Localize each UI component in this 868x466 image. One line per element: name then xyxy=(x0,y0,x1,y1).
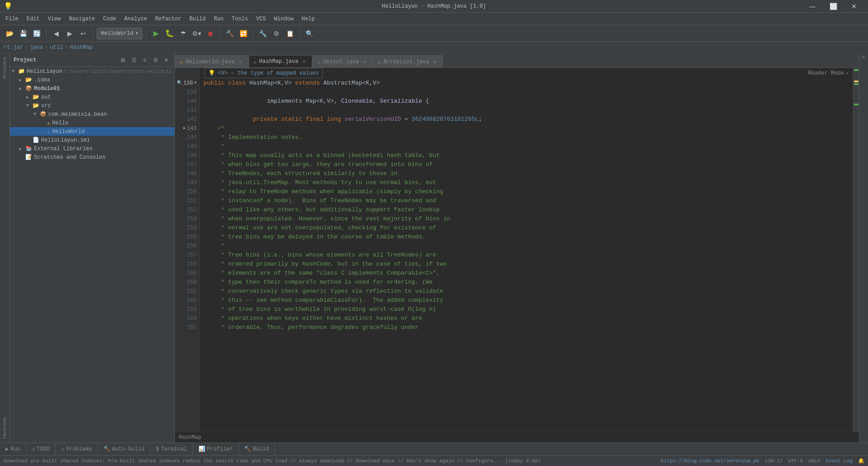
run-config-btn[interactable]: ⚙▾ xyxy=(191,28,203,39)
tree-item-out[interactable]: ▶ 📂 out xyxy=(10,93,175,101)
window-controls[interactable]: — ⬜ ✕ xyxy=(774,0,864,13)
maximize-btn[interactable]: ⬜ xyxy=(823,0,844,13)
bottom-tab-todo[interactable]: ☑ TODO xyxy=(26,443,56,456)
bottom-tabs: ▶ Run ☑ TODO ⚠ Problems 🔨 Auto-build $ T… xyxy=(0,442,868,455)
menu-refactor[interactable]: Refactor xyxy=(151,15,185,23)
object-tab-icon: ☕ xyxy=(317,59,321,65)
bottom-tab-problems[interactable]: ⚠ Problems xyxy=(56,443,98,456)
reader-mode-btn[interactable]: Reader Mode ✓ xyxy=(808,70,849,76)
build-project-btn[interactable]: 🔨 xyxy=(224,28,236,39)
code-line-158: * ordered primarily by hashCode, but in … xyxy=(203,260,849,269)
panel-scope-btn[interactable]: ⊞ xyxy=(118,56,127,65)
tab-object[interactable]: ☕ Object.java ✕ xyxy=(312,55,373,68)
project-panel-header: Project ⊞ ☰ ≡ ⚙ ✕ xyxy=(10,53,175,67)
panel-close-btn[interactable]: ✕ xyxy=(162,56,171,65)
code-content[interactable]: public class HashMap<K,V> extends Abstra… xyxy=(200,68,853,432)
todo-tab-icon: ☑ xyxy=(32,446,35,452)
open-file-btn[interactable]: 📂 xyxy=(4,28,15,39)
menu-run[interactable]: Run xyxy=(210,15,227,23)
settings-btn[interactable]: ⚙ xyxy=(270,28,282,39)
tree-item-scratches[interactable]: ▶ 📝 Scratches and Consoles xyxy=(10,153,175,162)
breadcrumb-java[interactable]: java xyxy=(30,44,43,51)
bottom-tab-terminal[interactable]: $ Terminal xyxy=(151,443,193,456)
tree-item-root[interactable]: ▼ 📁 HelloLiayun C:\Users\32120\IdeaProje… xyxy=(10,67,175,76)
tree-item-src[interactable]: ▼ 📂 src xyxy=(10,101,175,110)
menu-tools[interactable]: Tools xyxy=(228,15,252,23)
menu-view[interactable]: View xyxy=(44,15,65,23)
coverage-btn[interactable]: ☂ xyxy=(177,28,189,39)
save-btn[interactable]: 💾 xyxy=(17,28,29,39)
object-tab-close[interactable]: ✕ xyxy=(362,59,368,65)
main-content: Structure Favorites Project ⊞ ☰ ≡ ⚙ ✕ ▼ … xyxy=(0,53,868,442)
menu-analyze[interactable]: Analyze xyxy=(121,15,151,23)
gutter-line-142: 142 xyxy=(175,115,197,124)
menu-file[interactable]: File xyxy=(2,15,22,23)
status-text: Download pre-built shared indexes: Pre-b… xyxy=(4,458,541,464)
breadcrumb-util[interactable]: util xyxy=(50,44,63,51)
menu-build[interactable]: Build xyxy=(186,15,209,23)
run-btn[interactable]: ▶ xyxy=(150,28,162,39)
breadcrumb-hashmap[interactable]: HashMap xyxy=(70,44,92,51)
tab-helloworld[interactable]: ☕ HelloWorld.java ✕ xyxy=(175,55,249,68)
panel-settings-btn[interactable]: ⚙ xyxy=(151,56,160,65)
tree-module01-label: Module01 xyxy=(34,86,60,92)
tree-item-ext-libs[interactable]: ▶ 📚 External Libraries xyxy=(10,144,175,153)
gutter-line-144: 144 xyxy=(175,133,197,142)
separator-2 xyxy=(93,29,93,38)
minimize-btn[interactable]: — xyxy=(802,0,823,13)
tree-item-idea[interactable]: ▶ 📂 .idea xyxy=(10,76,175,84)
code-line-144: * Implementation notes. xyxy=(203,133,849,142)
keymap-btn[interactable]: 📋 xyxy=(284,28,296,39)
gutter-line-150: 150 xyxy=(175,187,197,196)
rebuild-btn[interactable]: 🔁 xyxy=(237,28,249,39)
menu-vcs[interactable]: VCS xyxy=(253,15,270,23)
menu-bar: File Edit View Navigate Code Analyze Ref… xyxy=(0,13,868,25)
sdk-btn[interactable]: 🔧 xyxy=(257,28,269,39)
menu-navigate[interactable]: Navigate xyxy=(65,15,99,23)
tree-iml-label: HelloLiayun.iml xyxy=(41,137,90,143)
status-position: 138:17 xyxy=(765,458,783,464)
breadcrumb-jar[interactable]: rt.jar xyxy=(4,44,23,51)
project-tree: ▼ 📁 HelloLiayun C:\Users\32120\IdeaProje… xyxy=(10,67,175,442)
debug-btn[interactable]: 🐛 xyxy=(164,28,175,39)
menu-window[interactable]: Window xyxy=(270,15,297,23)
tab-arraylist[interactable]: ☕ ArrayList.java ✕ xyxy=(373,55,443,68)
panel-collapse-btn[interactable]: ☰ xyxy=(129,56,138,65)
bottom-tab-build[interactable]: 🔨 Build xyxy=(239,443,275,456)
event-log-btn[interactable]: Event Log xyxy=(826,458,853,464)
tree-item-hello[interactable]: ▶ ☕ Hello xyxy=(10,119,175,127)
close-btn[interactable]: ✕ xyxy=(844,0,864,13)
menu-code[interactable]: Code xyxy=(99,15,120,23)
code-editor[interactable]: 💡 <V> – the type of mapped values Reader… xyxy=(175,68,859,432)
tab-hashmap[interactable]: ☕ HashMap.java ✕ xyxy=(249,55,312,68)
bottom-tab-run[interactable]: ▶ Run xyxy=(0,443,26,456)
back-btn[interactable]: ◀ xyxy=(50,28,62,39)
menu-edit[interactable]: Edit xyxy=(23,15,43,23)
tree-item-package[interactable]: ▼ 📦 com.meimeixia.bean xyxy=(10,110,175,119)
menu-help[interactable]: Help xyxy=(298,15,318,23)
forward-btn[interactable]: ▶ xyxy=(64,28,75,39)
scroll-marker-4 xyxy=(854,104,859,105)
tree-item-module01[interactable]: ▶ 📦 Module01 xyxy=(10,84,175,93)
bottom-tab-autobuild[interactable]: 🔨 Auto-build xyxy=(98,443,151,456)
helloworld-tab-close[interactable]: ✕ xyxy=(237,59,244,65)
stop-btn[interactable]: ⏹ xyxy=(204,28,216,39)
status-url[interactable]: https://blog.csdn.net/yerenyua_pk xyxy=(661,458,760,464)
code-line-155: * tree bins may be delayed in the course… xyxy=(203,233,849,242)
tree-item-helloworld[interactable]: ▶ ☕ HelloWorld xyxy=(10,127,175,136)
tree-item-iml[interactable]: ▶ 📄 HelloLiayun.iml xyxy=(10,136,175,144)
gutter-line-148: 148 xyxy=(175,169,197,178)
gutter-line-147: 147 xyxy=(175,160,197,169)
arraylist-tab-close[interactable]: ✕ xyxy=(432,59,438,65)
problems-tab-label: Problems xyxy=(66,446,92,452)
hashmap-tab-close[interactable]: ✕ xyxy=(301,58,307,65)
favorites-icon: Favorites xyxy=(2,415,8,441)
gutter-line-139: 139 xyxy=(175,88,197,97)
search-everywhere-btn[interactable]: 🔍 xyxy=(303,28,315,39)
sync-btn[interactable]: 🔄 xyxy=(31,28,42,39)
recent-files-btn[interactable]: ↩ xyxy=(77,28,89,39)
project-dropdown[interactable]: HelloWorld ▾ xyxy=(97,28,142,39)
panel-filter-btn[interactable]: ≡ xyxy=(140,56,149,65)
project-panel-title: Project xyxy=(14,57,36,63)
bottom-tab-profiler[interactable]: 📊 Profiler xyxy=(193,443,239,456)
